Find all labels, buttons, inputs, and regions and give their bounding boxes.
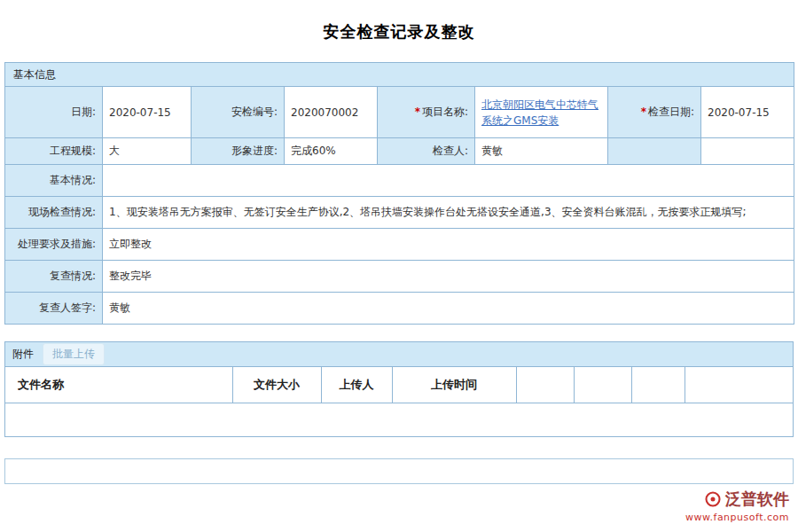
- recheck-sign-label: 复查人签字:: [5, 293, 103, 325]
- scale-value: 大: [103, 138, 192, 165]
- check-date-label-text: 检查日期:: [648, 106, 694, 118]
- project-link[interactable]: 北京朝阳区电气中芯特气系统之GMS安装: [481, 98, 598, 127]
- file-col-empty: [574, 367, 631, 403]
- empty-label-cell: [608, 138, 701, 165]
- recheck-label: 复查情况:: [5, 261, 103, 293]
- site-check-value: 1、现安装塔吊无方案报审、无签订安全生产协议,2、塔吊扶墙安装操作台处无搭设安全…: [103, 197, 794, 229]
- file-col-empty: [685, 367, 793, 403]
- progress-value: 完成60%: [285, 138, 378, 165]
- site-check-label: 现场检查情况:: [5, 197, 103, 229]
- basic-info-section-header: 基本信息: [5, 63, 794, 87]
- file-col-size: 文件大小: [232, 367, 321, 403]
- check-date-label: *检查日期:: [608, 87, 701, 138]
- brand-name: 泛普软件: [725, 489, 789, 510]
- batch-upload-button[interactable]: 批量上传: [43, 343, 105, 365]
- recheck-value: 整改完毕: [103, 261, 794, 293]
- required-asterisk: *: [641, 106, 646, 118]
- project-value-cell: 北京朝阳区电气中芯特气系统之GMS安装: [475, 87, 608, 138]
- file-col-uploader: 上传人: [321, 367, 392, 403]
- basic-situation-value: [103, 165, 794, 197]
- scale-label: 工程规模:: [5, 138, 103, 165]
- inspection-no-value: 2020070002: [285, 87, 378, 138]
- bottom-empty-bar: [4, 458, 794, 484]
- brand-website: www.fanpusoft.com: [685, 512, 789, 523]
- basic-situation-label: 基本情况:: [5, 165, 103, 197]
- attachments-title: 附件: [12, 347, 34, 362]
- date-value: 2020-07-15: [103, 87, 192, 138]
- project-label-text: 项目名称:: [422, 106, 468, 118]
- check-date-value: 2020-07-15: [701, 87, 794, 138]
- inspector-value: 黄敏: [475, 138, 608, 165]
- inspector-label: 检查人:: [378, 138, 475, 165]
- attachments-header: 附件 批量上传: [5, 342, 793, 367]
- brand-logo-icon: [704, 490, 722, 508]
- file-col-empty: [516, 367, 574, 403]
- file-table: 文件名称 文件大小 上传人 上传时间: [5, 367, 793, 436]
- required-asterisk: *: [415, 106, 420, 118]
- file-col-empty: [631, 367, 685, 403]
- file-col-upload-time: 上传时间: [392, 367, 516, 403]
- file-col-name: 文件名称: [5, 367, 232, 403]
- file-table-empty-row: [5, 403, 793, 436]
- page-title: 安全检查记录及整改: [0, 0, 798, 43]
- project-label: *项目名称:: [378, 87, 475, 138]
- empty-value-cell: [701, 138, 794, 165]
- inspection-no-label: 安检编号:: [192, 87, 285, 138]
- brand-footer: 泛普软件 www.fanpusoft.com: [685, 489, 789, 523]
- attachments-panel: 附件 批量上传 文件名称 文件大小 上传人 上传时间: [4, 341, 794, 437]
- progress-label: 形象进度:: [192, 138, 285, 165]
- recheck-sign-value: 黄敏: [103, 293, 794, 325]
- date-label: 日期:: [5, 87, 103, 138]
- basic-info-table: 基本信息 日期: 2020-07-15 安检编号: 2020070002 *项目…: [4, 62, 794, 325]
- measures-value: 立即整改: [103, 229, 794, 261]
- measures-label: 处理要求及措施:: [5, 229, 103, 261]
